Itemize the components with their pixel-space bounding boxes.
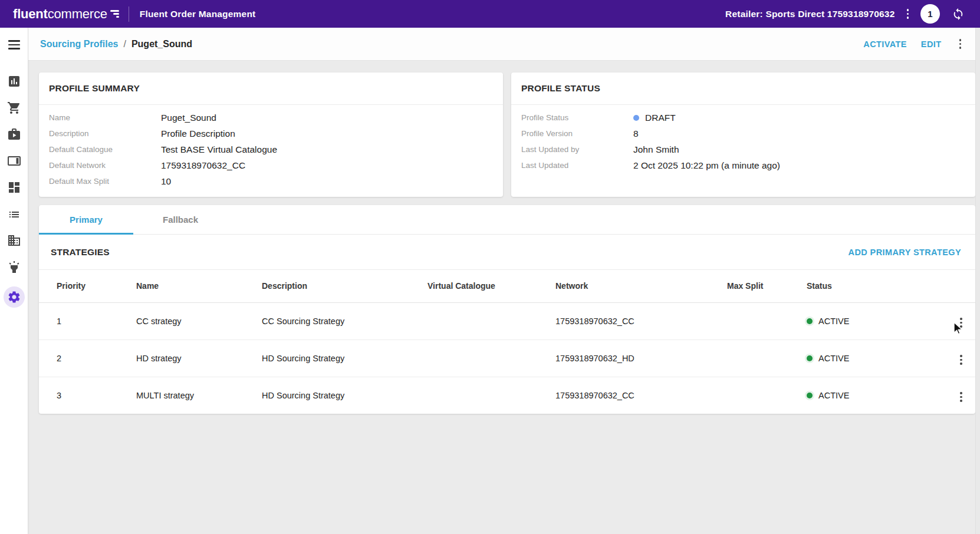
sidebar-item-lists[interactable] — [7, 207, 21, 221]
refresh-button[interactable] — [952, 8, 965, 21]
sidebar-item-settings[interactable] — [4, 286, 25, 308]
cell-status: ACTIVE — [807, 302, 947, 339]
field-label: Last Updated — [521, 161, 633, 170]
strategies-header: STRATEGIES ADD PRIMARY STRATEGY — [39, 235, 975, 270]
profile-summary-card: PROFILE SUMMARY Name Puget_Sound Descrip… — [39, 72, 503, 197]
sync-icon — [952, 8, 965, 21]
profile-status-body: Profile Status DRAFT Profile Version 8 L… — [511, 105, 975, 173]
profile-summary-title: PROFILE SUMMARY — [49, 83, 140, 94]
column-header-network: Network — [555, 270, 727, 302]
status-text: ACTIVE — [818, 317, 849, 326]
field-value: Test BASE Virtual Catalogue — [161, 144, 277, 155]
field-row: Profile Status DRAFT — [521, 110, 965, 126]
field-label: Name — [49, 113, 161, 122]
list-icon — [7, 207, 21, 221]
cell-actions — [947, 302, 975, 339]
add-primary-strategy-button[interactable]: ADD PRIMARY STRATEGY — [849, 248, 961, 257]
page-scrollbar[interactable] — [975, 28, 980, 534]
column-header-max-split: Max Split — [727, 270, 807, 302]
app-title: Fluent Order Management — [140, 9, 256, 19]
edit-button[interactable]: EDIT — [921, 39, 942, 49]
card-panel-icon — [7, 154, 21, 168]
page-actions: ACTIVATE EDIT — [863, 37, 965, 51]
breadcrumb-current: Puget_Sound — [131, 39, 192, 50]
cell-virtual-catalogue — [427, 302, 555, 339]
field-label: Description — [49, 129, 161, 138]
fluentcommerce-logo[interactable]: fluentcommerce — [13, 6, 119, 22]
cell-name: CC strategy — [136, 302, 262, 339]
topbar: fluentcommerce Fluent Order Management R… — [0, 0, 980, 28]
breadcrumb-separator: / — [123, 39, 126, 50]
profile-status-header: PROFILE STATUS — [511, 72, 975, 105]
field-row: Last Updated 2 Oct 2025 10:22 pm (a minu… — [521, 157, 965, 173]
sidebar-item-insights[interactable] — [7, 260, 21, 274]
sidebar-item-dashboard[interactable] — [7, 180, 21, 195]
field-value: 8 — [633, 128, 639, 139]
status-text: ACTIVE — [818, 391, 849, 400]
topbar-kebab-menu[interactable] — [907, 9, 909, 19]
field-value: Profile Description — [161, 128, 235, 139]
strategies-panel: Primary Fallback STRATEGIES ADD PRIMARY … — [39, 205, 975, 414]
menu-toggle-button[interactable] — [7, 39, 21, 51]
breadcrumb-parent-link[interactable]: Sourcing Profiles — [40, 39, 118, 50]
fulfilment-icon — [7, 127, 21, 141]
field-row: Description Profile Description — [49, 126, 493, 141]
sidebar-item-orders[interactable] — [7, 101, 21, 115]
row-kebab-menu[interactable] — [956, 315, 966, 330]
kebab-icon — [907, 9, 909, 19]
cell-network: 1759318970632_CC — [555, 377, 727, 414]
tab-bar: Primary Fallback — [39, 205, 975, 235]
cell-max-split — [727, 302, 807, 339]
field-row: Profile Version 8 — [521, 126, 965, 141]
sidebar-item-analytics[interactable] — [7, 74, 21, 88]
draft-status-dot — [633, 115, 639, 121]
tab-fallback[interactable]: Fallback — [133, 205, 228, 234]
column-header-description: Description — [262, 270, 427, 302]
sidebar-item-fulfilment[interactable] — [7, 127, 21, 141]
table-row: 3 MULTI strategy HD Sourcing Strategy 17… — [39, 377, 975, 414]
cell-max-split — [727, 377, 807, 414]
topbar-divider — [129, 6, 129, 22]
status-text: ACTIVE — [818, 354, 849, 363]
sidebar-item-locations[interactable] — [7, 233, 21, 248]
notification-badge[interactable]: 1 — [920, 4, 940, 24]
cell-network: 1759318970632_HD — [555, 339, 727, 377]
field-value: John Smith — [633, 144, 679, 155]
orders-cart-icon — [7, 101, 21, 115]
column-header-virtual-catalogue: Virtual Catalogue — [427, 270, 555, 302]
field-label: Last Updated by — [521, 145, 633, 154]
field-value: 2 Oct 2025 10:22 pm (a minute ago) — [633, 160, 780, 171]
activate-button[interactable]: ACTIVATE — [863, 39, 907, 49]
logo-text-bold: fluent — [13, 6, 48, 21]
field-label: Default Network — [49, 161, 161, 170]
page-kebab-menu[interactable] — [956, 37, 965, 51]
cell-actions — [947, 339, 975, 377]
strategies-title: STRATEGIES — [51, 247, 110, 258]
torch-icon — [7, 260, 21, 274]
strategies-table: Priority Name Description Virtual Catalo… — [39, 270, 975, 414]
row-kebab-menu[interactable] — [956, 352, 966, 367]
kebab-icon — [960, 355, 962, 365]
logo-text-light: commerce — [48, 6, 107, 21]
sidebar-item-payments[interactable] — [7, 154, 21, 168]
cell-priority: 1 — [39, 302, 136, 339]
field-row: Default Network 1759318970632_CC — [49, 157, 493, 173]
active-status-dot — [807, 355, 813, 361]
sidebar-nav — [0, 28, 28, 534]
field-label: Default Max Split — [49, 177, 161, 186]
cards-row: PROFILE SUMMARY Name Puget_Sound Descrip… — [39, 72, 975, 197]
row-kebab-menu[interactable] — [956, 390, 966, 404]
cell-max-split — [727, 339, 807, 377]
page-content: PROFILE SUMMARY Name Puget_Sound Descrip… — [28, 61, 980, 414]
active-status-dot — [807, 393, 813, 398]
cell-actions — [947, 377, 975, 414]
analytics-icon — [7, 74, 21, 88]
main-area: Sourcing Profiles / Puget_Sound ACTIVATE… — [28, 28, 980, 534]
cell-status: ACTIVE — [807, 377, 947, 414]
cell-description: HD Sourcing Strategy — [262, 339, 427, 377]
logo-text: fluentcommerce — [13, 6, 107, 22]
tab-primary[interactable]: Primary — [39, 205, 133, 234]
cell-status: ACTIVE — [807, 339, 947, 377]
breadcrumb-bar: Sourcing Profiles / Puget_Sound ACTIVATE… — [28, 28, 980, 61]
field-value: Puget_Sound — [161, 113, 216, 123]
